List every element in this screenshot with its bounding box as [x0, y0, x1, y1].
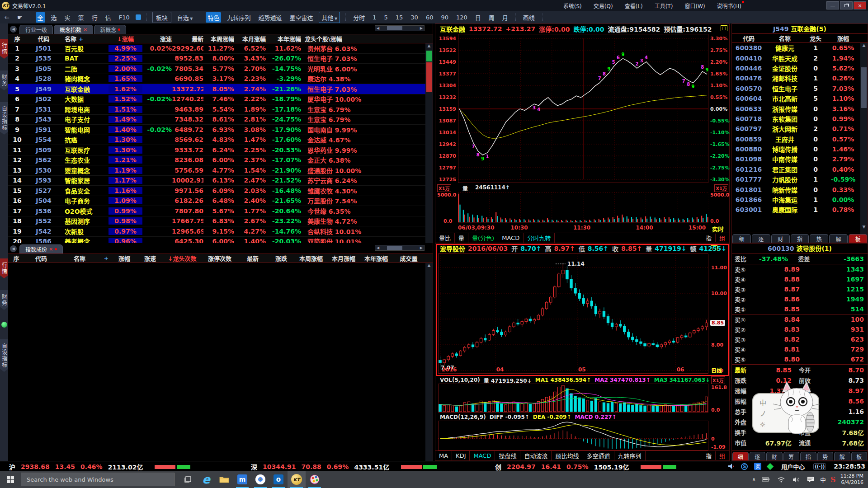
- period-日[interactable]: 日: [473, 12, 483, 23]
- stock-row[interactable]: 600570恒生电子57.03%: [732, 84, 868, 94]
- stock-row[interactable]: 600797浙大网新20.71%: [732, 124, 868, 134]
- period-5[interactable]: 5: [382, 13, 390, 22]
- vertical-scrollbar[interactable]: ▲▼: [860, 43, 868, 243]
- sogou-icon[interactable]: S: [830, 475, 836, 484]
- toolbar-quick-选[interactable]: 选: [49, 12, 59, 23]
- col-header-1[interactable]: 代码: [26, 34, 61, 43]
- tab-MACD[interactable]: MACD: [470, 451, 495, 460]
- col-header-5[interactable]: 涨速: [137, 254, 163, 263]
- tab-MACD[interactable]: MACD: [498, 233, 524, 243]
- restore-button[interactable]: [840, 1, 853, 9]
- col-header-3[interactable]: ↓涨幅: [108, 34, 142, 43]
- stock-row[interactable]: 600604市北高新51.10%: [732, 94, 868, 103]
- table-row[interactable]: 19J542次新股0.97%12965.699.15%4.27%-14.76%合…: [8, 226, 425, 237]
- menu-item[interactable]: 交易(Q): [594, 2, 613, 9]
- table-row[interactable]: 17J536O2O模式0.99%7807.805.67%1.77%-20.64%…: [8, 206, 425, 216]
- period-90[interactable]: 90: [439, 13, 450, 22]
- stock-row[interactable]: 601777力帆股份1-0.59%: [732, 174, 868, 184]
- hand-cursor-icon[interactable]: ☛: [15, 13, 24, 22]
- tab-操盘线[interactable]: 操盘线: [495, 451, 520, 460]
- paint-app-icon[interactable]: [306, 471, 324, 488]
- tab-顾比均线[interactable]: 顾比均线: [552, 451, 583, 460]
- col-header-12[interactable]: 本年涨幅: [360, 254, 392, 263]
- period-15[interactable]: 15: [394, 13, 405, 22]
- close-tab-icon[interactable]: ×: [83, 27, 87, 33]
- maximize-icon[interactable]: □: [711, 245, 717, 251]
- tab-热[interactable]: 热: [810, 234, 828, 243]
- start-button[interactable]: [0, 471, 21, 488]
- realtime-label[interactable]: 实时: [712, 225, 724, 233]
- col-header-10[interactable]: 本周涨幅: [295, 254, 327, 263]
- scroll-right-icon[interactable]: ▶: [419, 246, 424, 250]
- col-header-7[interactable]: 涨停次数: [202, 254, 238, 263]
- col-header-13[interactable]: 成交量: [392, 254, 425, 263]
- stock-row[interactable]: 600718东软集团00.99%: [732, 114, 868, 124]
- back-icon[interactable]: ⇐: [3, 13, 11, 22]
- table-row[interactable]: 6J502大数据1.52%-0.02%12740.297.46%2.22%-18…: [8, 94, 425, 105]
- draw-line-button[interactable]: 画线: [521, 12, 537, 23]
- table-row[interactable]: 13J530婴童概念1.19%5756.594.77%1.54%-21.90%盛…: [8, 165, 425, 176]
- tab-indicator[interactable]: 指: [702, 234, 716, 242]
- table-row[interactable]: 8J543电子支付1.49%7348.328.61%2.81%-24.75%生意…: [8, 115, 425, 125]
- outlook-icon[interactable]: o: [269, 471, 288, 488]
- scroll-thumb[interactable]: [387, 26, 402, 30]
- tab-解[interactable]: 解: [834, 452, 850, 460]
- table-row[interactable]: 20J586养老概念0.96%6425.306.00%1.40%-20.03%双…: [8, 237, 425, 244]
- menu-item[interactable]: 窗口(W): [684, 2, 705, 9]
- stock-row[interactable]: 601866中海集运10.00%: [732, 195, 868, 205]
- ime-indicator[interactable]: 中: [820, 475, 826, 484]
- table-row[interactable]: 1J501百元股4.99%0.02%29292.6011.27%6.52%11.…: [8, 43, 425, 54]
- tab-量[interactable]: 量: [455, 233, 468, 243]
- stock-row[interactable]: 600859王府井00.57%: [732, 134, 868, 144]
- col-header-11[interactable]: 本月涨幅: [327, 254, 360, 263]
- stock-row[interactable]: 600380健康元10.65%: [732, 43, 868, 53]
- table-row[interactable]: 10J554抗癌1.30%8569.624.83%1.47%-17.60%金达威…: [8, 135, 425, 145]
- tab-板[interactable]: 板: [849, 234, 867, 243]
- period-120[interactable]: 120: [454, 13, 469, 22]
- table-row[interactable]: 11J509互联医疗1.30%9333.726.24%2.25%-20.53%恩…: [8, 145, 425, 155]
- toolbar-quick-策[interactable]: 策: [76, 12, 86, 23]
- m-app-icon[interactable]: m: [233, 471, 251, 488]
- col-header-6[interactable]: 本周涨幅: [203, 34, 234, 43]
- scroll-thumb[interactable]: [387, 246, 402, 250]
- tab-指[interactable]: 指: [791, 234, 809, 243]
- chrome-icon[interactable]: [251, 471, 269, 488]
- tab-indicator[interactable]: 指: [702, 451, 716, 460]
- tab-分时九转[interactable]: 分时九转: [524, 233, 555, 243]
- tab-筹[interactable]: 筹: [783, 452, 800, 460]
- period-label[interactable]: 日线: [711, 366, 722, 374]
- col-header-4[interactable]: 涨速: [142, 34, 172, 43]
- doc-icon[interactable]: [136, 14, 141, 20]
- menu-item[interactable]: 工具(T): [655, 2, 673, 9]
- tab-新概念[interactable]: 新概念: [94, 25, 126, 34]
- toolbar-星空雷达[interactable]: 星空雷达: [288, 12, 315, 23]
- tab-逐[interactable]: 逐: [752, 234, 770, 243]
- tab-量(分色)[interactable]: 量(分色): [468, 233, 498, 243]
- stock-row[interactable]: 603001奥康国际10.78%: [732, 205, 868, 215]
- horizontal-scrollbar[interactable]: ◀▶: [375, 25, 425, 31]
- scroll-thumb[interactable]: [861, 67, 867, 108]
- period-30[interactable]: 30: [409, 13, 420, 22]
- col-header-0[interactable]: 序: [8, 254, 24, 263]
- toolbar-趋势通道[interactable]: 趋势通道: [256, 12, 283, 23]
- stock-row[interactable]: 600633浙报传媒03.16%: [732, 103, 868, 113]
- maximize-icon[interactable]: □: [721, 25, 727, 31]
- period-60[interactable]: 60: [424, 13, 435, 22]
- stock-row[interactable]: 600880博瑞传播01.46%: [732, 144, 868, 154]
- col-header-2[interactable]: 名称: [58, 254, 101, 263]
- col-header-0[interactable]: 序: [8, 34, 26, 43]
- minimize-button[interactable]: —: [826, 1, 839, 9]
- toolbar-quick-行[interactable]: 行: [90, 12, 99, 23]
- col-header[interactable]: 代码: [732, 34, 765, 42]
- tab-细[interactable]: 细: [732, 452, 749, 460]
- table-row[interactable]: 9J591智能电网1.40%-0.02%6489.726.93%3.08%-17…: [8, 125, 425, 135]
- stock-row[interactable]: 600476湘邮科技10.26%: [732, 73, 868, 83]
- period-周[interactable]: 周: [487, 12, 496, 23]
- stock-row[interactable]: 600410华胜天成21.94%: [732, 53, 868, 63]
- col-header-9[interactable]: 龙头个股\涨幅: [301, 34, 422, 43]
- taskbar-search-input[interactable]: Search the web and Windows: [21, 473, 175, 486]
- table-row[interactable]: 4J528猪肉概念1.65%6690.853.17%2.23%-3.29%康达尔…: [8, 74, 425, 84]
- tab-财[interactable]: 财: [766, 452, 783, 460]
- taskbar-clock[interactable]: 11:28 PM6/4/2016: [840, 473, 863, 486]
- cat-widget[interactable]: 中ノ☼: [752, 380, 825, 439]
